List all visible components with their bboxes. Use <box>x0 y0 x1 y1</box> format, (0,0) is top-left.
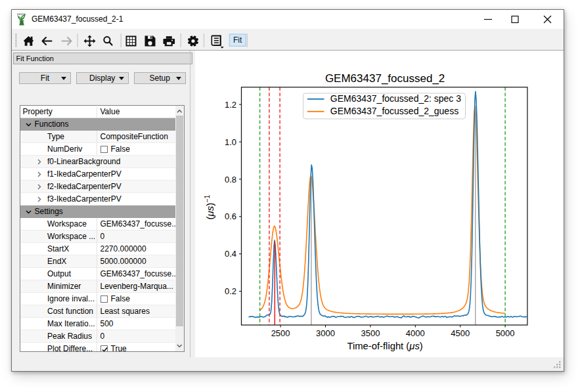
svg-text:Time-of-flight (μs): Time-of-flight (μs) <box>347 341 422 351</box>
svg-text:4000: 4000 <box>405 328 424 338</box>
svg-text:0.2: 0.2 <box>224 286 236 296</box>
svg-text:0.4: 0.4 <box>224 249 236 259</box>
svg-text:3500: 3500 <box>361 328 380 338</box>
svg-text:(μs)−1: (μs)−1 <box>203 195 215 220</box>
svg-text:Fit: Fit <box>233 35 242 45</box>
svg-text:GEM63437_focussed_2: spec 3: GEM63437_focussed_2: spec 3 <box>330 93 460 104</box>
svg-text:2500: 2500 <box>271 328 290 338</box>
svg-text:4500: 4500 <box>451 328 470 338</box>
svg-text:3000: 3000 <box>316 328 335 338</box>
svg-text:GEM63437_focussed_2: GEM63437_focussed_2 <box>324 72 444 85</box>
svg-text:0.6: 0.6 <box>224 211 236 221</box>
svg-text:1.0: 1.0 <box>224 137 236 147</box>
svg-text:5000: 5000 <box>495 328 514 338</box>
svg-text:0.8: 0.8 <box>224 175 236 185</box>
svg-text:GEM63437_focussed_2_guess: GEM63437_focussed_2_guess <box>330 106 458 116</box>
svg-text:1.2: 1.2 <box>224 100 236 110</box>
